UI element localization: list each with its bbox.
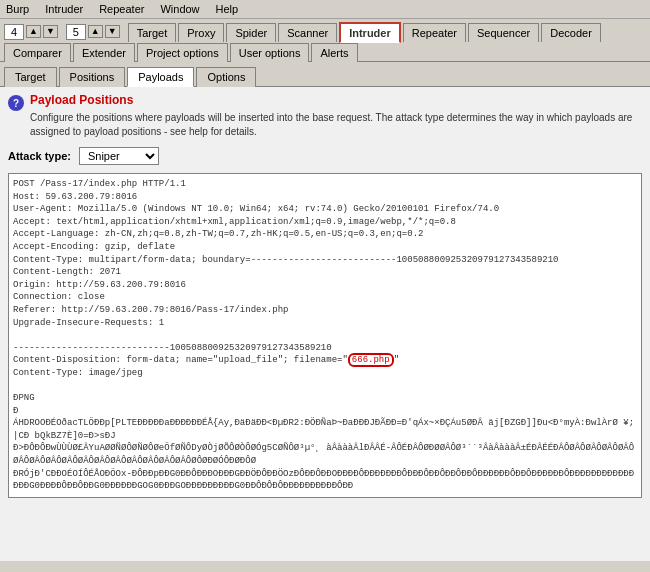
number-control-left: 4 ▲ ▼ <box>4 24 58 40</box>
tab-extender[interactable]: Extender <box>73 43 135 62</box>
num-left-down[interactable]: ▼ <box>43 25 58 38</box>
subtab-payloads[interactable]: Payloads <box>127 67 194 87</box>
menu-bar: Burp Intruder Repeater Window Help <box>0 0 650 19</box>
section-description: Configure the positions where payloads w… <box>30 111 642 139</box>
top-tab-bar: 4 ▲ ▼ 5 ▲ ▼ Target Proxy Spider Scanner … <box>0 19 650 62</box>
tab-scanner[interactable]: Scanner <box>278 23 337 42</box>
tab-sequencer[interactable]: Sequencer <box>468 23 539 42</box>
tab-decoder[interactable]: Decoder <box>541 23 601 42</box>
menu-intruder[interactable]: Intruder <box>43 2 85 16</box>
tab-user-options[interactable]: User options <box>230 43 310 62</box>
number-control-right: 5 ▲ ▼ <box>66 24 120 40</box>
attack-type-label: Attack type: <box>8 150 71 162</box>
attack-type-select[interactable]: Sniper <box>79 147 159 165</box>
tab-repeater[interactable]: Repeater <box>403 23 466 42</box>
tab-intruder[interactable]: Intruder <box>339 22 401 43</box>
section-title: Payload Positions <box>30 93 642 107</box>
sub-tab-bar: Target Positions Payloads Options <box>0 62 650 87</box>
attack-type-row: Attack type: Sniper <box>8 147 642 165</box>
num-right-value: 5 <box>66 24 86 40</box>
menu-help[interactable]: Help <box>214 2 241 16</box>
menu-repeater[interactable]: Repeater <box>97 2 146 16</box>
menu-burp[interactable]: Burp <box>4 2 31 16</box>
tab-spider[interactable]: Spider <box>226 23 276 42</box>
menu-window[interactable]: Window <box>158 2 201 16</box>
tab-project-options[interactable]: Project options <box>137 43 228 62</box>
section-info: Payload Positions Configure the position… <box>30 93 642 139</box>
help-row: ? Payload Positions Configure the positi… <box>8 93 642 139</box>
tab-target[interactable]: Target <box>128 23 177 42</box>
num-right-down[interactable]: ▼ <box>105 25 120 38</box>
tab-alerts[interactable]: Alerts <box>311 43 357 62</box>
tab-proxy[interactable]: Proxy <box>178 23 224 42</box>
tab-comparer[interactable]: Comparer <box>4 43 71 62</box>
help-icon[interactable]: ? <box>8 95 24 111</box>
request-text-area[interactable]: POST /Pass-17/index.php HTTP/1.1 Host: 5… <box>8 173 642 498</box>
num-left-up[interactable]: ▲ <box>26 25 41 38</box>
num-left-value: 4 <box>4 24 24 40</box>
subtab-positions[interactable]: Positions <box>59 67 126 87</box>
subtab-options[interactable]: Options <box>196 67 256 87</box>
num-right-up[interactable]: ▲ <box>88 25 103 38</box>
main-content: ? Payload Positions Configure the positi… <box>0 87 650 561</box>
subtab-target[interactable]: Target <box>4 67 57 87</box>
